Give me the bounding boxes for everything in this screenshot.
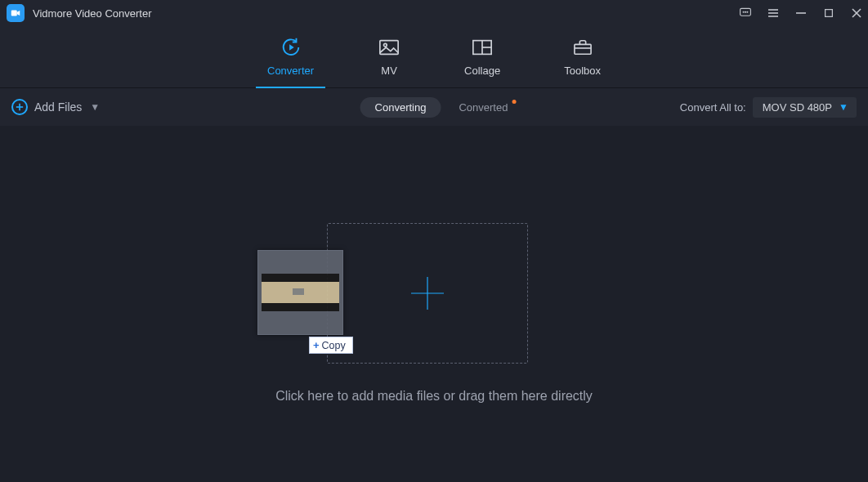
dropzone[interactable] (327, 223, 528, 364)
window-controls (739, 0, 863, 26)
close-icon[interactable] (850, 7, 863, 20)
add-files-button[interactable]: Add Files ▼ (11, 99, 100, 115)
dragging-thumbnail[interactable] (257, 250, 343, 335)
converting-label: Converting (375, 101, 427, 114)
svg-rect-9 (825, 10, 833, 17)
subbar: Add Files ▼ Converting Converted Convert… (0, 88, 868, 126)
tab-mv-label: MV (381, 65, 397, 77)
chevron-down-icon: ▼ (839, 101, 848, 113)
plus-circle-icon (11, 99, 28, 115)
converted-toggle[interactable]: Converted (459, 101, 508, 114)
tab-toolbox[interactable]: Toolbox (561, 26, 604, 87)
tab-mv[interactable]: MV (374, 26, 404, 87)
image-icon (378, 37, 400, 58)
tab-collage[interactable]: Collage (461, 26, 503, 87)
toolbox-icon (571, 37, 594, 58)
app-logo-icon (7, 4, 25, 22)
main-area: + Copy Click here to add media files or … (0, 126, 868, 482)
svg-point-14 (384, 43, 387, 47)
app-title: Vidmore Video Converter (33, 7, 152, 20)
copy-label: Copy (322, 340, 346, 351)
convert-all-label: Convert All to: (680, 101, 746, 114)
drag-copy-tooltip: + Copy (309, 337, 353, 354)
svg-rect-0 (11, 11, 17, 16)
menu-icon[interactable] (767, 7, 780, 20)
video-thumbnail-preview (262, 274, 339, 311)
svg-point-2 (743, 11, 744, 12)
titlebar: Vidmore Video Converter (0, 0, 868, 26)
plus-icon: + (313, 339, 320, 351)
collage-icon (471, 37, 494, 58)
svg-point-3 (745, 11, 746, 12)
tab-converter[interactable]: Converter (264, 26, 317, 87)
add-files-label: Add Files (34, 100, 82, 114)
notification-dot-icon (512, 100, 516, 104)
tab-toolbox-label: Toolbox (564, 65, 601, 77)
format-selected: MOV SD 480P (763, 101, 832, 114)
main-nav: Converter MV Collage (0, 26, 868, 88)
maximize-icon[interactable] (822, 7, 835, 20)
tab-collage-label: Collage (464, 65, 500, 77)
minimize-icon[interactable] (794, 7, 808, 20)
svg-marker-12 (289, 44, 294, 50)
svg-point-4 (747, 11, 748, 12)
chat-icon[interactable] (739, 7, 752, 20)
chevron-down-icon: ▼ (90, 101, 100, 113)
converter-icon (280, 37, 302, 58)
converting-toggle[interactable]: Converting (360, 97, 441, 118)
dropzone-instruction: Click here to add media files or drag th… (0, 389, 868, 404)
format-dropdown[interactable]: MOV SD 480P ▼ (753, 97, 857, 118)
converted-label: Converted (459, 101, 508, 114)
tab-converter-label: Converter (267, 65, 314, 77)
convert-all-group: Convert All to: MOV SD 480P ▼ (680, 97, 857, 118)
svg-rect-18 (574, 44, 590, 54)
status-toggle: Converting Converted (360, 97, 508, 118)
svg-rect-13 (380, 41, 398, 55)
